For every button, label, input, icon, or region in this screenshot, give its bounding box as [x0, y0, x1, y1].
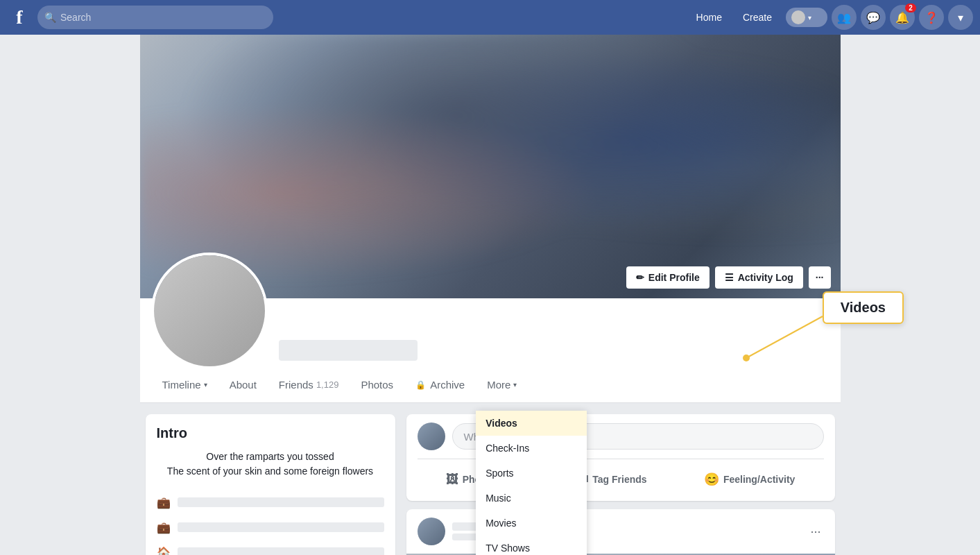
top-navigation: f 🔍 Home Create ▾ 👥 💬 🔔 2 ❓ ▾	[0, 0, 980, 35]
ellipsis-icon: ···	[816, 272, 824, 283]
dropdown-item-music[interactable]: Music	[476, 486, 587, 511]
tab-more[interactable]: More ▾ Videos Check-Ins Sports Music Mov…	[476, 369, 528, 402]
tab-friends[interactable]: Friends 1,129	[268, 369, 350, 402]
post-header: ···	[406, 509, 835, 554]
pencil-icon: ✏	[636, 272, 644, 283]
intro-quote: Over the ramparts you tossed The scent o…	[157, 450, 384, 479]
help-icon: ❓	[925, 11, 938, 24]
more-chevron-icon: ▾	[513, 381, 517, 388]
tab-about[interactable]: About	[218, 369, 268, 402]
notifications-icon-btn[interactable]: 🔔 2	[890, 5, 915, 30]
post-avatar	[418, 518, 445, 545]
dropdown-item-videos[interactable]: Videos	[476, 411, 587, 436]
profile-name-area	[140, 298, 841, 369]
tab-photos[interactable]: Photos	[350, 369, 404, 402]
profile-name-info	[279, 340, 829, 369]
more-options-button[interactable]: ···	[809, 266, 831, 289]
search-icon: 🔍	[44, 12, 56, 23]
lock-icon: 🔒	[415, 380, 426, 390]
edit-profile-button[interactable]: ✏ Edit Profile	[626, 266, 710, 289]
dropdown-item-movies[interactable]: Movies	[476, 511, 587, 536]
feeling-activity-button[interactable]: 😊 Feeling/Activity	[696, 466, 803, 493]
messenger-icon: 💬	[866, 11, 880, 24]
topnav-links: Home Create	[688, 6, 780, 28]
intro-item-text-work2	[178, 522, 384, 532]
chevron-down-icon: ▾	[958, 11, 963, 24]
intro-item-home: 🏠	[157, 540, 384, 555]
main-feed: What's on your mind? 🖼 Photo/Video 🏷 Tag…	[406, 414, 835, 555]
tab-timeline[interactable]: Timeline ▾	[151, 369, 218, 402]
tab-archive[interactable]: 🔒 Archive	[404, 369, 476, 402]
avatar-chevron-icon: ▾	[808, 14, 811, 22]
profile-actions: ✏ Edit Profile ☰ Activity Log ···	[626, 266, 831, 289]
friends-icon: 👥	[837, 11, 851, 24]
intro-item-text-home	[178, 547, 384, 555]
feeling-icon: 😊	[704, 472, 719, 487]
videos-callout-box: Videos	[823, 291, 904, 324]
briefcase2-icon: 💼	[157, 520, 171, 534]
avatar-image	[791, 10, 805, 24]
settings-icon-btn[interactable]: ▾	[948, 5, 973, 30]
help-icon-btn[interactable]: ❓	[919, 5, 944, 30]
facebook-logo: f	[7, 5, 32, 30]
profile-avatar-nav[interactable]: ▾	[786, 8, 827, 27]
feeling-activity-label: Feeling/Activity	[723, 474, 795, 485]
more-dropdown: Videos Check-Ins Sports Music Movies TV …	[476, 411, 587, 555]
search-bar[interactable]: 🔍	[37, 6, 273, 29]
post-options-button[interactable]: ···	[807, 522, 823, 542]
notification-badge: 2	[905, 3, 916, 12]
cover-blur-overlay	[140, 35, 841, 298]
activity-log-button[interactable]: ☰ Activity Log	[715, 266, 803, 289]
timeline-chevron-icon: ▾	[204, 381, 207, 388]
friends-icon-btn[interactable]: 👥	[832, 5, 857, 30]
dropdown-item-checkins[interactable]: Check-Ins	[476, 436, 587, 461]
topnav-icons: ▾ 👥 💬 🔔 2 ❓ ▾	[786, 5, 973, 30]
intro-box: Intro Over the ramparts you tossed The s…	[146, 414, 395, 555]
home-icon: 🏠	[157, 545, 171, 555]
profile-picture-image	[154, 255, 265, 366]
cover-area: ✏ Edit Profile ☰ Activity Log ···	[140, 35, 841, 298]
intro-item-work2: 💼	[157, 515, 384, 540]
notifications-icon: 🔔	[895, 11, 909, 24]
profile-name	[279, 340, 418, 361]
intro-item-text-work1	[178, 497, 384, 507]
tag-friends-label: Tag Friends	[592, 474, 646, 485]
messenger-icon-btn[interactable]: 💬	[861, 5, 886, 30]
intro-item-work1: 💼	[157, 490, 384, 515]
create-post-avatar	[418, 422, 445, 450]
search-input[interactable]	[60, 12, 266, 23]
videos-callout-label: Videos	[841, 300, 886, 315]
cover-photo[interactable]	[140, 35, 841, 298]
list-icon: ☰	[725, 272, 734, 283]
left-sidebar: Intro Over the ramparts you tossed The s…	[146, 414, 395, 555]
photo-video-icon: 🖼	[446, 472, 458, 487]
create-link[interactable]: Create	[734, 6, 780, 28]
profile-tabs: Timeline ▾ About Friends 1,129 Photos 🔒 …	[140, 369, 841, 403]
briefcase-icon: 💼	[157, 495, 171, 509]
intro-title: Intro	[157, 425, 384, 441]
dropdown-item-tvshows[interactable]: TV Shows	[476, 536, 587, 555]
create-post-avatar-image	[418, 422, 445, 450]
profile-picture[interactable]	[151, 253, 268, 369]
post-item: ··· Testing video.	[406, 509, 835, 555]
home-link[interactable]: Home	[688, 6, 730, 28]
create-post-box: What's on your mind? 🖼 Photo/Video 🏷 Tag…	[406, 414, 835, 501]
dropdown-item-sports[interactable]: Sports	[476, 461, 587, 486]
